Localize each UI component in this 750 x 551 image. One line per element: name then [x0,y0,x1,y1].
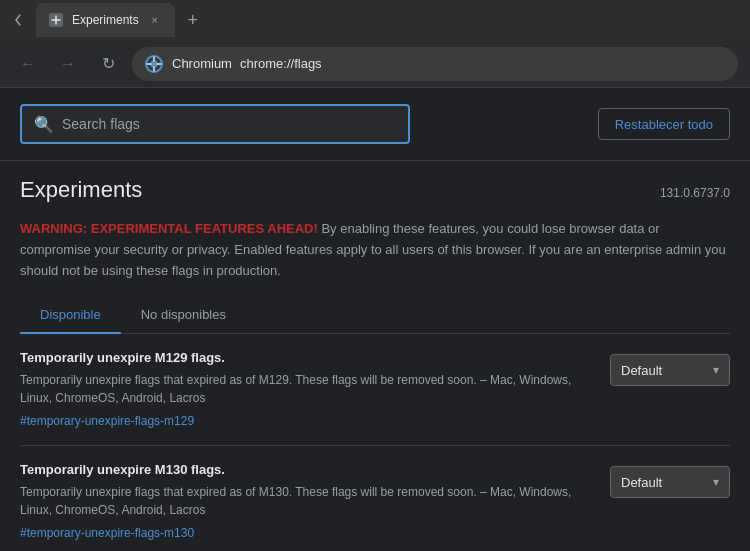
flag-content-1: Temporarily unexpire M129 flags. Tempora… [20,350,594,429]
reload-button[interactable]: ↻ [92,48,124,80]
experiments-header: Experiments 131.0.6737.0 [0,161,750,211]
forward-button[interactable]: → [52,48,84,80]
flag-item: Temporarily unexpire M130 flags. Tempora… [20,446,730,551]
page-title: Experiments [20,177,142,203]
search-box[interactable]: 🔍 Search flags [20,104,410,144]
new-tab-button[interactable]: + [179,6,207,34]
forward-icon: → [60,55,76,73]
tab-back-icon [15,13,29,27]
tab-favicon [48,12,64,28]
experiments-tab[interactable]: Experiments × [36,3,175,37]
title-bar: Experiments × + [0,0,750,40]
nav-bar: ← → ↻ Chromium chrome://flags [0,40,750,88]
omnibox-url: chrome://flags [240,56,322,71]
flag-dropdown-value-2: Default [621,475,662,490]
tab-title: Experiments [72,13,139,27]
svg-point-2 [151,60,158,67]
tab-available-label: Disponible [40,307,101,322]
flag-description-1: Temporarily unexpire flags that expired … [20,371,594,407]
main-content: 🔍 Search flags Restablecer todo Experime… [0,88,750,551]
warning-text: WARNING: EXPERIMENTAL FEATURES AHEAD! By… [20,219,730,281]
warning-label: WARNING: EXPERIMENTAL FEATURES AHEAD! [20,221,318,236]
omnibox-brand-name: Chromium [172,56,232,71]
flag-link-2[interactable]: #temporary-unexpire-flags-m130 [20,526,194,540]
flags-list: Temporarily unexpire M129 flags. Tempora… [0,334,750,551]
warning-box: WARNING: EXPERIMENTAL FEATURES AHEAD! By… [0,211,750,297]
tab-back-button[interactable] [8,6,36,34]
flag-dropdown-1[interactable]: Default ▾ [610,354,730,386]
chevron-down-icon: ▾ [713,475,719,489]
flag-title-1: Temporarily unexpire M129 flags. [20,350,594,365]
flag-title-2: Temporarily unexpire M130 flags. [20,462,594,477]
version-label: 131.0.6737.0 [660,186,730,200]
reload-icon: ↻ [102,54,115,73]
flag-content-2: Temporarily unexpire M130 flags. Tempora… [20,462,594,541]
tabs-area: Disponible No disponibles [20,297,730,334]
back-icon: ← [20,55,36,73]
search-area: 🔍 Search flags Restablecer todo [0,88,750,161]
tab-available[interactable]: Disponible [20,297,121,334]
chromium-logo-icon [144,54,164,74]
flag-dropdown-value-1: Default [621,363,662,378]
search-icon: 🔍 [34,115,54,134]
tab-unavailable-label: No disponibles [141,307,226,322]
flag-item: Temporarily unexpire M129 flags. Tempora… [20,334,730,446]
tab-close-button[interactable]: × [147,12,163,28]
search-placeholder: Search flags [62,116,140,132]
reset-all-button[interactable]: Restablecer todo [598,108,730,140]
omnibox[interactable]: Chromium chrome://flags [132,47,738,81]
tab-list: Experiments × + [8,0,742,40]
tab-unavailable[interactable]: No disponibles [121,297,246,334]
chevron-down-icon: ▾ [713,363,719,377]
back-button[interactable]: ← [12,48,44,80]
flag-link-1[interactable]: #temporary-unexpire-flags-m129 [20,414,194,428]
flag-dropdown-2[interactable]: Default ▾ [610,466,730,498]
flag-description-2: Temporarily unexpire flags that expired … [20,483,594,519]
